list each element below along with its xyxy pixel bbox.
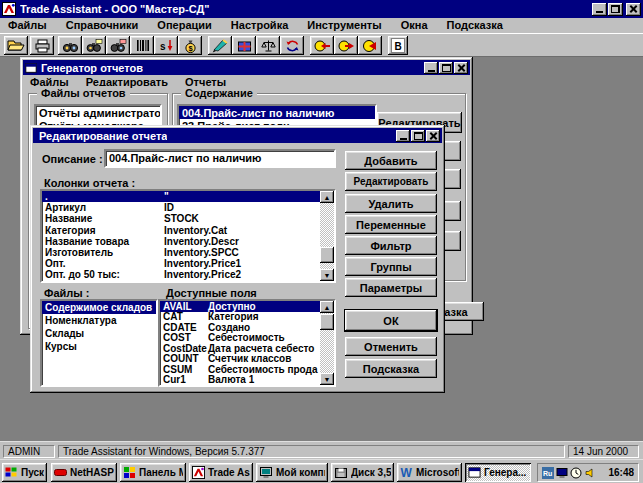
column-row[interactable]: КатегорияInventory.Cat bbox=[42, 225, 334, 236]
columns-list[interactable]: ." АртикулID НазваниеSTOCK КатегорияInve… bbox=[40, 189, 336, 283]
balance-button[interactable] bbox=[256, 36, 280, 55]
field-row[interactable]: CSUMСебестоимость прода bbox=[160, 364, 334, 375]
params-button[interactable]: Параметры bbox=[345, 278, 437, 297]
scroll-up-button[interactable]: ▲ bbox=[320, 301, 334, 313]
sort-button[interactable]: s bbox=[154, 36, 178, 55]
currency-button[interactable]: B bbox=[388, 36, 408, 55]
money-bag-button[interactable]: $ bbox=[178, 36, 202, 55]
cancel-button[interactable]: Отменить bbox=[345, 337, 437, 356]
ok-button[interactable]: ОК bbox=[345, 310, 437, 331]
add-button[interactable]: Добавить bbox=[345, 151, 437, 170]
description-input[interactable]: 004.Прайс-лист по наличию bbox=[104, 149, 336, 168]
available-fields-list[interactable]: AVAILДоступно CATКатегория CDATEСоздано … bbox=[158, 299, 336, 387]
display-icon[interactable] bbox=[556, 467, 568, 479]
groups-button[interactable]: Группы bbox=[345, 257, 437, 276]
dialog-close-button[interactable] bbox=[426, 130, 440, 142]
dialog-minimize-button[interactable] bbox=[396, 130, 410, 142]
start-button[interactable]: Пуск bbox=[2, 463, 47, 482]
list-item[interactable]: Номенклатура bbox=[42, 314, 156, 327]
restore-button[interactable] bbox=[608, 3, 623, 16]
covered-button-sliver[interactable] bbox=[443, 231, 461, 251]
covered-button-sliver[interactable] bbox=[443, 201, 461, 221]
svg-text:B: B bbox=[395, 41, 402, 52]
column-row[interactable]: Опт. до 50 тыс:Inventory.Price2 bbox=[42, 269, 334, 280]
delete-button[interactable]: Удалить bbox=[345, 194, 437, 213]
clock-icon[interactable] bbox=[570, 467, 582, 479]
columns-scrollbar[interactable]: ▲ ▼ bbox=[320, 191, 334, 281]
task-report-generator[interactable]: Генера... bbox=[465, 463, 531, 482]
field-row[interactable]: CDATEСоздано bbox=[160, 322, 334, 333]
variables-button[interactable]: Переменные bbox=[345, 215, 437, 234]
menu-references[interactable]: Справочники bbox=[58, 18, 147, 33]
find-goods-button[interactable] bbox=[58, 36, 82, 55]
report-maximize-button[interactable] bbox=[439, 62, 453, 74]
find-clients-button[interactable] bbox=[106, 36, 130, 55]
list-item[interactable]: 004.Прайс-лист по наличию bbox=[179, 106, 375, 119]
menu-operations[interactable]: Операции bbox=[149, 18, 219, 33]
tray-clock[interactable]: 16:48 bbox=[608, 467, 634, 478]
task-nethasp[interactable]: NetHASP bbox=[51, 463, 117, 482]
fields-scrollbar[interactable]: ▲ ▼ bbox=[320, 301, 334, 385]
column-row[interactable]: АртикулID bbox=[42, 202, 334, 213]
minimize-button[interactable] bbox=[592, 3, 607, 16]
menu-help[interactable]: Подсказка bbox=[439, 18, 511, 33]
edit-document-button[interactable] bbox=[208, 36, 232, 55]
menu-windows[interactable]: Окна bbox=[393, 18, 436, 33]
list-item[interactable]: Содержимое складов bbox=[42, 301, 156, 314]
column-row[interactable]: Название товараInventory.Descr bbox=[42, 236, 334, 247]
binoculars-icon bbox=[62, 39, 79, 53]
report-close-button[interactable] bbox=[454, 62, 468, 74]
price-move-button[interactable] bbox=[358, 36, 382, 55]
scroll-down-button[interactable]: ▼ bbox=[320, 269, 334, 281]
covered-button-sliver[interactable] bbox=[443, 169, 461, 189]
dialog-maximize-button[interactable] bbox=[411, 130, 425, 142]
column-row[interactable]: ." bbox=[42, 191, 334, 202]
menu-settings[interactable]: Настройка bbox=[223, 18, 296, 33]
find-documents-button[interactable] bbox=[82, 36, 106, 55]
language-indicator-ru[interactable]: Ru bbox=[542, 467, 554, 479]
files-list[interactable]: Содержимое складов Номенклатура Склады К… bbox=[40, 299, 158, 387]
close-button[interactable] bbox=[626, 3, 641, 16]
scroll-down-button[interactable]: ▼ bbox=[320, 373, 334, 385]
field-row[interactable]: COUNTСчетчик классов bbox=[160, 354, 334, 365]
main-titlebar: Trade Assistant - ООО "Мастер-СД" bbox=[0, 0, 643, 18]
list-item[interactable]: Курсы bbox=[42, 340, 156, 353]
task-microsoft-word[interactable]: W Microsoft W bbox=[397, 463, 462, 482]
scroll-up-button[interactable]: ▲ bbox=[320, 191, 334, 203]
field-row[interactable]: CostDateДата расчета себесто bbox=[160, 343, 334, 354]
field-row[interactable]: CATКатегория bbox=[160, 312, 334, 323]
field-row[interactable]: COSTСебестоимость bbox=[160, 333, 334, 344]
open-report-button[interactable] bbox=[4, 36, 28, 55]
volume-icon[interactable] bbox=[584, 467, 596, 479]
column-row[interactable]: Опт.Inventory.Price1 bbox=[42, 258, 334, 269]
refresh-button[interactable] bbox=[280, 36, 304, 55]
print-button[interactable] bbox=[30, 36, 54, 55]
trade-assistant-icon bbox=[192, 466, 205, 479]
barcode-button[interactable] bbox=[130, 36, 154, 55]
edit-button[interactable]: Редактировать bbox=[345, 172, 437, 191]
list-item[interactable]: Отчёты администратора bbox=[36, 106, 160, 119]
task-floppy-disk[interactable]: Диск 3,5 ( bbox=[331, 463, 394, 482]
menu-files[interactable]: Файлы bbox=[0, 18, 55, 33]
field-row[interactable]: Cur1Валюта 1 bbox=[160, 375, 334, 386]
scroll-thumb[interactable] bbox=[320, 247, 334, 263]
price-in-button[interactable] bbox=[310, 36, 334, 55]
word-icon: W bbox=[400, 466, 413, 479]
report-minimize-button[interactable] bbox=[424, 62, 438, 74]
scroll-thumb[interactable] bbox=[320, 314, 334, 330]
help-button[interactable]: Подсказка bbox=[345, 359, 437, 378]
price-out-button[interactable] bbox=[334, 36, 358, 55]
filter-button[interactable]: Фильтр bbox=[345, 236, 437, 255]
list-item[interactable]: Склады bbox=[42, 327, 156, 340]
goods-button[interactable] bbox=[232, 36, 256, 55]
field-row[interactable]: AVAILДоступно bbox=[160, 301, 334, 312]
task-panel[interactable]: Панель М bbox=[120, 463, 186, 482]
app-icon bbox=[2, 2, 16, 16]
covered-button-sliver[interactable] bbox=[443, 141, 461, 161]
task-trade-assistant[interactable]: Trade Assi bbox=[189, 463, 253, 482]
column-row[interactable]: НазваниеSTOCK bbox=[42, 213, 334, 224]
column-row[interactable]: ИзготовительInventory.SPCC bbox=[42, 247, 334, 258]
menu-tools[interactable]: Инструменты bbox=[299, 18, 389, 33]
printer-icon bbox=[34, 39, 51, 53]
task-my-computer[interactable]: Мой компью bbox=[256, 463, 328, 482]
